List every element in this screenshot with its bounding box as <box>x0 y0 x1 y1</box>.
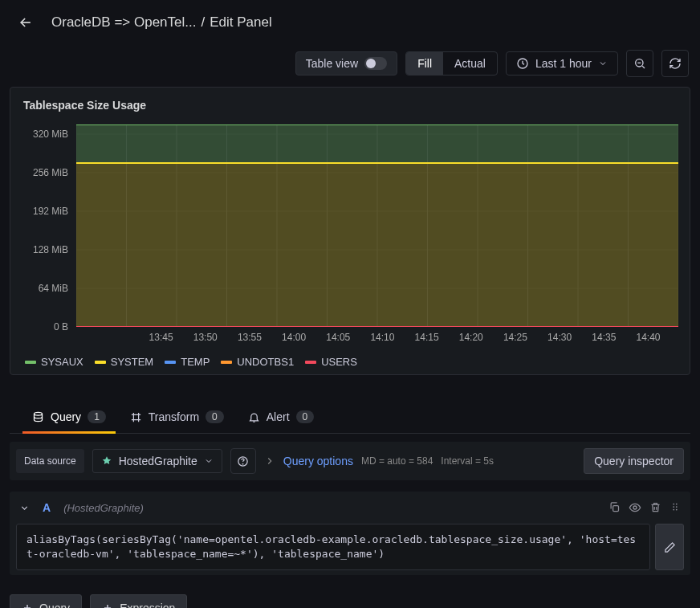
panel-title: Tablespace Size Usage <box>14 96 686 118</box>
chevron-down-icon <box>204 456 214 466</box>
table-view-toggle[interactable]: Table view <box>295 51 397 75</box>
legend-swatch <box>25 361 36 364</box>
query-options-bar: Data source HostedGraphite Query options… <box>10 442 690 480</box>
time-range-picker[interactable]: Last 1 hour <box>506 51 618 75</box>
table-view-label: Table view <box>306 57 358 70</box>
query-text-input[interactable]: aliasByTags(seriesByTag('name=opentel.or… <box>16 524 650 570</box>
add-query-label: Query <box>39 602 70 608</box>
svg-rect-22 <box>76 124 678 163</box>
y-axis-label: 192 MiB <box>33 206 68 217</box>
datasource-help-button[interactable] <box>230 448 256 474</box>
display-mode-group: Fill Actual <box>405 51 498 75</box>
bell-icon <box>248 411 260 423</box>
eye-icon[interactable] <box>629 501 641 514</box>
svg-point-38 <box>676 509 678 511</box>
chart-legend: SYSAUXSYSTEMTEMPUNDOTBS1USERS <box>14 351 686 368</box>
datasource-label: Data source <box>16 449 84 473</box>
breadcrumb-sep: / <box>201 14 205 31</box>
chevron-down-icon <box>598 59 608 68</box>
tab-alert[interactable]: Alert 0 <box>245 406 317 433</box>
refresh-icon <box>669 57 682 70</box>
graphite-icon <box>101 455 112 467</box>
svg-point-35 <box>673 506 674 508</box>
svg-point-32 <box>633 506 637 509</box>
plus-icon <box>22 602 33 608</box>
legend-swatch <box>95 361 106 364</box>
add-query-button[interactable]: Query <box>10 594 82 608</box>
x-axis-label: 14:10 <box>360 332 405 351</box>
toolbar: Table view Fill Actual Last 1 hour <box>0 45 700 87</box>
query-options-link[interactable]: Query options <box>283 455 353 467</box>
transform-icon <box>130 411 142 423</box>
y-axis-label: 0 B <box>54 321 68 333</box>
add-expression-button[interactable]: Expression <box>90 594 187 608</box>
query-ds-hint: (HostedGraphite) <box>63 502 144 514</box>
fill-button[interactable]: Fill <box>406 52 443 75</box>
datasource-select[interactable]: HostedGraphite <box>92 449 222 473</box>
tab-query[interactable]: Query 1 <box>29 406 109 433</box>
legend-item[interactable]: TEMP <box>165 356 210 368</box>
x-axis-label: 14:15 <box>405 332 449 351</box>
query-letter: A <box>38 501 55 514</box>
query-inspector-button[interactable]: Query inspector <box>584 448 684 474</box>
legend-swatch <box>305 361 316 364</box>
x-axis-label: 14:05 <box>316 332 360 351</box>
question-icon <box>237 455 249 467</box>
query-row-a: A (HostedGraphite) aliasByTags(seriesByT… <box>10 492 690 575</box>
x-axis-label: 14:30 <box>538 332 582 351</box>
chart-plot-area[interactable] <box>76 124 678 327</box>
svg-point-33 <box>673 504 674 505</box>
x-axis-label: 14:25 <box>493 332 537 351</box>
arrow-left-icon <box>18 14 34 31</box>
dashboard-title[interactable]: OracleDB => OpenTel... <box>51 14 196 31</box>
chevron-right-icon[interactable] <box>264 455 275 467</box>
legend-swatch <box>165 361 176 364</box>
trash-icon[interactable] <box>649 501 661 513</box>
query-tabs: Query 1 Transform 0 Alert 0 <box>10 391 690 434</box>
y-axis-label: 128 MiB <box>33 244 68 255</box>
legend-label: TEMP <box>181 356 210 368</box>
y-axis-label: 256 MiB <box>33 167 68 178</box>
edit-panel-label: Edit Panel <box>210 14 272 31</box>
toggle-switch[interactable] <box>364 57 387 70</box>
plus-icon <box>102 602 113 608</box>
interval-info: Interval = 5s <box>441 455 494 467</box>
legend-item[interactable]: UNDOTBS1 <box>221 356 294 368</box>
x-axis-label: 14:00 <box>272 332 316 351</box>
svg-point-37 <box>673 509 674 511</box>
x-axis-label: 14:35 <box>582 332 626 351</box>
back-button[interactable] <box>13 10 39 35</box>
time-range-label: Last 1 hour <box>535 57 592 70</box>
svg-point-30 <box>242 463 243 464</box>
drag-handle-icon[interactable] <box>669 501 681 512</box>
y-axis-label: 64 MiB <box>39 283 68 294</box>
svg-point-34 <box>676 504 678 505</box>
legend-label: UNDOTBS1 <box>237 356 294 368</box>
svg-point-36 <box>676 506 678 508</box>
database-icon <box>32 411 44 423</box>
tab-transform-count: 0 <box>206 410 224 423</box>
chevron-down-icon[interactable] <box>19 503 30 513</box>
add-expression-label: Expression <box>120 602 175 608</box>
copy-icon[interactable] <box>608 501 621 513</box>
tab-transform[interactable]: Transform 0 <box>127 406 227 433</box>
zoom-out-button[interactable] <box>626 50 653 77</box>
refresh-button[interactable] <box>661 50 689 77</box>
actual-button[interactable]: Actual <box>443 52 497 75</box>
zoom-out-icon <box>633 57 646 70</box>
md-info: MD = auto = 584 <box>361 455 433 467</box>
tab-query-count: 1 <box>88 410 106 423</box>
datasource-name: HostedGraphite <box>119 455 197 467</box>
legend-label: USERS <box>321 356 357 368</box>
pencil-icon <box>664 541 676 553</box>
x-axis-label: 14:20 <box>449 332 493 351</box>
chart: 320 MiB256 MiB192 MiB128 MiB64 MiB0 B 13… <box>14 118 686 351</box>
x-axis-label: 13:55 <box>227 332 271 351</box>
edit-query-button[interactable] <box>655 524 684 570</box>
legend-item[interactable]: USERS <box>305 356 357 368</box>
legend-label: SYSAUX <box>41 356 83 368</box>
legend-item[interactable]: SYSAUX <box>25 356 83 368</box>
svg-point-28 <box>35 412 43 415</box>
legend-item[interactable]: SYSTEM <box>95 356 153 368</box>
x-axis-label: 13:50 <box>183 332 227 351</box>
